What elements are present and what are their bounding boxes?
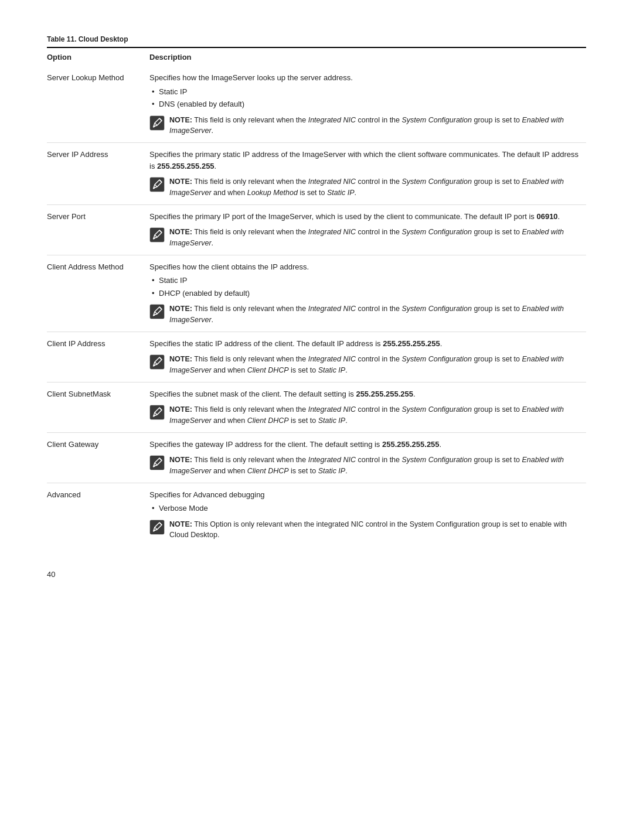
note-box: NOTE: This field is only relevant when t…	[149, 455, 580, 477]
svg-rect-5	[150, 405, 164, 419]
option-cell: Client SubnetMask	[47, 382, 149, 432]
col-header-description: Description	[149, 47, 586, 66]
note-icon	[149, 354, 165, 373]
description-cell: Specifies the subnet mask of the client.…	[149, 382, 586, 432]
option-cell: Client IP Address	[47, 332, 149, 382]
description-cell: Specifies the primary IP port of the Ima…	[149, 204, 586, 255]
svg-rect-7	[150, 520, 164, 534]
option-cell: Server IP Address	[47, 143, 149, 205]
note-icon	[149, 519, 165, 538]
note-text: NOTE: This field is only relevant when t…	[169, 227, 580, 249]
table-row: Client GatewaySpecifies the gateway IP a…	[47, 432, 586, 483]
svg-rect-4	[150, 355, 164, 369]
desc-text: Specifies the static IP address of the c…	[149, 338, 580, 350]
note-text: NOTE: This field is only relevant when t…	[169, 354, 580, 376]
option-cell: Server Lookup Method	[47, 66, 149, 143]
svg-rect-6	[150, 456, 164, 470]
list-item: DHCP (enabled by default)	[149, 288, 580, 299]
note-text: NOTE: This field is only relevant when t…	[169, 455, 580, 477]
svg-rect-1	[150, 177, 164, 192]
desc-text: Specifies for Advanced debugging	[149, 489, 580, 501]
note-text: NOTE: This field is only relevant when t…	[169, 115, 580, 137]
table-row: Server PortSpecifies the primary IP port…	[47, 204, 586, 255]
main-table: Option Description Server Lookup MethodS…	[47, 47, 586, 547]
description-cell: Specifies the static IP address of the c…	[149, 332, 586, 382]
list-item: DNS (enabled by default)	[149, 98, 580, 110]
note-text: NOTE: This field is only relevant when t…	[169, 176, 580, 199]
note-icon	[149, 455, 165, 474]
desc-text: Specifies the gateway IP address for the…	[149, 439, 580, 450]
desc-text: Specifies the subnet mask of the client.…	[149, 388, 580, 400]
note-icon	[149, 227, 165, 246]
note-text: NOTE: This field is only relevant when t…	[169, 303, 580, 326]
note-box: NOTE: This field is only relevant when t…	[149, 303, 580, 326]
col-header-option: Option	[47, 47, 149, 66]
table-row: Server IP AddressSpecifies the primary s…	[47, 143, 586, 205]
desc-text: Specifies the primary static IP address …	[149, 149, 580, 172]
svg-rect-2	[150, 228, 164, 242]
note-icon	[149, 303, 165, 323]
desc-text: Specifies how the ImageServer looks up t…	[149, 72, 580, 84]
option-cell: Client Gateway	[47, 432, 149, 483]
description-cell: Specifies how the client obtains the IP …	[149, 255, 586, 332]
list-item: Static IP	[149, 86, 580, 98]
note-box: NOTE: This field is only relevant when t…	[149, 227, 580, 249]
note-icon	[149, 404, 165, 424]
note-box: NOTE: This field is only relevant when t…	[149, 354, 580, 376]
page-number: 40	[47, 570, 586, 579]
note-icon	[149, 115, 165, 134]
note-box: NOTE: This field is only relevant when t…	[149, 176, 580, 199]
option-cell: Server Port	[47, 204, 149, 255]
description-cell: Specifies how the ImageServer looks up t…	[149, 66, 586, 143]
description-cell: Specifies for Advanced debuggingVerbose …	[149, 483, 586, 547]
table-row: Client IP AddressSpecifies the static IP…	[47, 332, 586, 382]
note-box: NOTE: This Option is only relevant when …	[149, 519, 580, 541]
svg-rect-3	[150, 305, 164, 319]
desc-text: Specifies the primary IP port of the Ima…	[149, 211, 580, 223]
note-box: NOTE: This field is only relevant when t…	[149, 404, 580, 426]
note-icon	[149, 176, 165, 196]
list-item: Static IP	[149, 275, 580, 286]
note-text: NOTE: This Option is only relevant when …	[169, 519, 580, 541]
option-cell: Advanced	[47, 483, 149, 547]
note-box: NOTE: This field is only relevant when t…	[149, 115, 580, 137]
table-row: AdvancedSpecifies for Advanced debugging…	[47, 483, 586, 547]
desc-text: Specifies how the client obtains the IP …	[149, 261, 580, 273]
list-item: Verbose Mode	[149, 503, 580, 514]
note-text: NOTE: This field is only relevant when t…	[169, 404, 580, 426]
option-cell: Client Address Method	[47, 255, 149, 332]
description-cell: Specifies the primary static IP address …	[149, 143, 586, 205]
svg-rect-0	[150, 116, 164, 130]
description-cell: Specifies the gateway IP address for the…	[149, 432, 586, 483]
table-row: Client Address MethodSpecifies how the c…	[47, 255, 586, 332]
table-row: Client SubnetMaskSpecifies the subnet ma…	[47, 382, 586, 432]
table-row: Server Lookup MethodSpecifies how the Im…	[47, 66, 586, 143]
table-title: Table 11. Cloud Desktop	[47, 35, 586, 43]
